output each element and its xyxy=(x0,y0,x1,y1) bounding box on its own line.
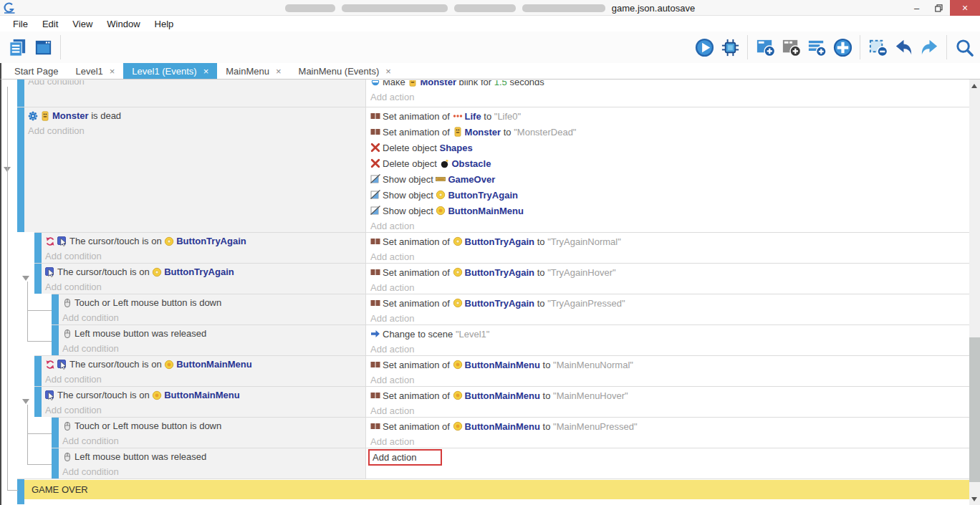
add-action-link[interactable]: Add action xyxy=(370,280,969,294)
condition[interactable]: The cursor/touch is on ButtonMainMenu xyxy=(45,388,365,403)
fold-arrow-icon[interactable] xyxy=(22,399,29,404)
condition[interactable]: The cursor/touch is on ButtonTryAgain xyxy=(45,264,365,279)
remove-selection-icon[interactable] xyxy=(866,35,889,59)
event-indent-bar[interactable] xyxy=(34,233,42,263)
close-button[interactable]: × xyxy=(950,0,980,16)
condition[interactable]: Left mouse button was released xyxy=(62,326,365,341)
action[interactable]: Delete object Shapes xyxy=(370,140,969,155)
event-indent-bar[interactable] xyxy=(34,387,42,417)
action[interactable]: Show object GameOver xyxy=(370,171,969,187)
add-comment-icon[interactable] xyxy=(805,35,828,59)
actions-cell[interactable]: Change to scene "Level1"Add action xyxy=(365,325,969,355)
add-condition-link[interactable]: Add condition xyxy=(28,123,365,138)
condition[interactable]: Left mouse button was released xyxy=(62,449,365,464)
actions-cell[interactable]: Add action xyxy=(365,448,969,478)
event-indent-bar[interactable] xyxy=(34,264,42,294)
tab-mainmenu[interactable]: MainMenu× xyxy=(217,63,289,79)
project-manager-icon[interactable] xyxy=(6,35,29,59)
add-event-icon[interactable] xyxy=(754,35,777,59)
conditions-cell[interactable]: The cursor/touch is on ButtonTryAgainAdd… xyxy=(42,264,365,294)
scroll-down-icon[interactable] xyxy=(971,497,977,501)
event-indent-bar[interactable] xyxy=(17,107,24,232)
conditions-cell[interactable]: Touch or Left mouse button is downAdd co… xyxy=(59,418,365,448)
add-condition-link[interactable]: Add condition xyxy=(45,403,365,417)
menu-help[interactable]: Help xyxy=(148,16,181,32)
tab-close-icon[interactable]: × xyxy=(385,66,391,77)
add-action-link[interactable]: Add action xyxy=(370,342,969,355)
comment-text[interactable]: GAME OVER xyxy=(24,480,969,499)
event-indent-bar[interactable] xyxy=(52,418,59,448)
add-action-link[interactable]: Add action xyxy=(370,90,969,104)
menu-window[interactable]: Window xyxy=(100,16,147,32)
actions-cell[interactable]: Set animation of ButtonMainMenu to "Main… xyxy=(365,356,969,386)
tab-mainmenu-events-[interactable]: MainMenu (Events)× xyxy=(290,63,400,79)
action[interactable]: Set animation of ButtonMainMenu to "Main… xyxy=(370,418,969,434)
tab-close-icon[interactable]: × xyxy=(276,66,282,77)
add-condition-link[interactable]: Add condition xyxy=(62,341,365,355)
menu-file[interactable]: File xyxy=(6,16,35,32)
actions-cell[interactable]: Make Monster blink for 1.5 secondsAdd ac… xyxy=(365,80,969,107)
conditions-cell[interactable]: The cursor/touch is on ButtonTryAgainAdd… xyxy=(42,233,365,263)
condition[interactable]: Monster is dead xyxy=(28,108,365,123)
action[interactable]: Set animation of Life to "Life0" xyxy=(370,108,969,124)
action[interactable]: Set animation of ButtonTryAgain to "TryA… xyxy=(370,264,969,280)
action[interactable]: Make Monster blink for 1.5 seconds xyxy=(370,80,969,90)
action[interactable]: Show object ButtonTryAgain xyxy=(370,187,969,203)
add-condition-link[interactable]: Add condition xyxy=(45,249,365,263)
tab-level1-events-[interactable]: Level1 (Events)× xyxy=(123,63,217,79)
event-indent-bar[interactable] xyxy=(17,479,24,500)
condition[interactable]: The cursor/touch is on ButtonMainMenu xyxy=(45,357,365,372)
actions-cell[interactable]: Set animation of ButtonTryAgain to "TryA… xyxy=(365,264,969,294)
add-action-link[interactable]: Add action xyxy=(370,218,969,232)
add-action-link[interactable]: Add action xyxy=(370,311,969,324)
event-indent-bar[interactable] xyxy=(52,294,59,324)
conditions-cell[interactable]: Left mouse button was releasedAdd condit… xyxy=(59,448,365,478)
add-condition-link[interactable]: Add condition xyxy=(45,279,365,294)
event-indent-bar[interactable] xyxy=(17,500,24,504)
conditions-cell[interactable]: Add condition xyxy=(24,80,365,107)
vertical-scrollbar[interactable] xyxy=(969,80,980,505)
conditions-cell[interactable]: Left mouse button was releasedAdd condit… xyxy=(59,325,365,355)
condition[interactable]: Touch or Left mouse button is down xyxy=(62,295,365,310)
add-condition-link[interactable]: Add condition xyxy=(45,372,365,386)
add-condition-link[interactable]: Add condition xyxy=(62,464,365,478)
fold-arrow-icon[interactable] xyxy=(22,276,29,281)
event-indent-bar[interactable] xyxy=(17,80,24,107)
actions-cell[interactable]: Set animation of ButtonTryAgain to "TryA… xyxy=(365,294,969,324)
action[interactable]: Set animation of Monster to "MonsterDead… xyxy=(370,124,969,140)
actions-cell[interactable]: Set animation of ButtonMainMenu to "Main… xyxy=(365,418,969,448)
add-action-link[interactable]: Add action xyxy=(370,249,969,263)
add-condition-link[interactable]: Add condition xyxy=(62,310,365,324)
conditions-cell[interactable]: Monster is deadAdd condition xyxy=(24,107,365,232)
undo-icon[interactable] xyxy=(892,35,915,59)
actions-cell[interactable]: Set animation of ButtonMainMenu to "Main… xyxy=(365,387,969,417)
action[interactable]: Change to scene "Level1" xyxy=(370,326,969,342)
conditions-cell[interactable]: The cursor/touch is on ButtonMainMenuAdd… xyxy=(42,387,365,417)
add-condition-link[interactable]: Add condition xyxy=(28,80,365,88)
add-action-link[interactable]: Add action xyxy=(370,372,969,386)
add-condition-link[interactable]: Add condition xyxy=(62,433,365,448)
add-action-link-highlighted[interactable]: Add action xyxy=(368,449,442,466)
menu-edit[interactable]: Edit xyxy=(35,16,65,32)
action[interactable]: Delete object Obstacle xyxy=(370,155,969,171)
add-plus-icon[interactable] xyxy=(831,35,854,59)
add-action-link[interactable]: Add action xyxy=(370,403,969,417)
minimize-button[interactable]: – xyxy=(905,0,928,16)
conditions-cell[interactable]: Touch or Left mouse button is downAdd co… xyxy=(59,294,365,324)
action[interactable]: Set animation of ButtonTryAgain to "TryA… xyxy=(370,234,969,249)
scroll-up-icon[interactable] xyxy=(971,84,977,88)
tab-start-page[interactable]: Start Page xyxy=(6,63,67,79)
search-icon[interactable] xyxy=(953,35,976,59)
conditions-cell[interactable]: The cursor/touch is on ButtonMainMenuAdd… xyxy=(42,356,365,386)
redo-icon[interactable] xyxy=(918,35,941,59)
event-indent-bar[interactable] xyxy=(34,356,42,386)
debug-icon[interactable] xyxy=(719,35,741,59)
add-subevent-icon[interactable] xyxy=(779,35,802,59)
event-indent-bar[interactable] xyxy=(52,325,59,355)
actions-cell[interactable]: Set animation of Life to "Life0"Set anim… xyxy=(365,107,969,232)
action[interactable]: Set animation of ButtonMainMenu to "Main… xyxy=(370,357,969,372)
action[interactable]: Set animation of ButtonMainMenu to "Main… xyxy=(370,388,969,403)
action[interactable]: Set animation of ButtonTryAgain to "TryA… xyxy=(370,295,969,311)
scene-editor-icon[interactable] xyxy=(32,35,54,59)
scrollbar-thumb[interactable] xyxy=(969,337,980,482)
